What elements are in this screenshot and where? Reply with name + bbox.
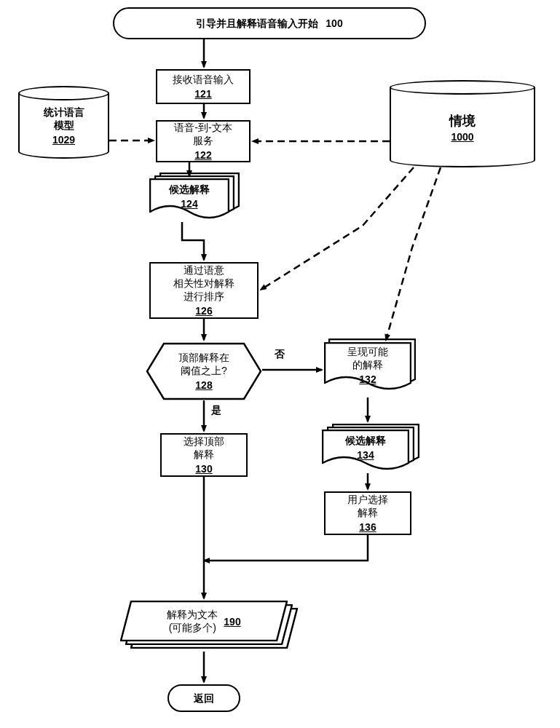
seltop-ref: 130 [195, 462, 212, 475]
output-ref: 190 [224, 615, 240, 628]
db-language-model: 统计语言 模型 1029 [18, 86, 109, 159]
decision-ref: 128 [195, 379, 212, 392]
return-text: 返回 [194, 692, 214, 705]
db-ctx-text: 情境 [449, 112, 476, 130]
receive-ref: 121 [194, 87, 211, 100]
db-lm-text: 统计语言 模型 [44, 106, 84, 132]
doc-candidates-124: 候选解释 124 [149, 178, 240, 229]
receive-text: 接收语音输入 [173, 73, 234, 86]
cand2-text: 候选解释 [345, 434, 386, 447]
decision-text: 顶部解释在 阈值之上? [178, 351, 229, 377]
stt-text: 语音-到-文本 服务 [174, 121, 232, 147]
return-terminator: 返回 [167, 684, 240, 712]
step-rank: 通过语意 相关性对解释 进行排序 126 [149, 262, 259, 319]
label-no: 否 [273, 348, 286, 361]
usersel-ref: 136 [359, 521, 376, 534]
stt-ref: 122 [194, 149, 211, 162]
label-yes: 是 [210, 404, 223, 417]
step-stt-service: 语音-到-文本 服务 122 [156, 120, 251, 162]
present-text: 呈现可能 的解释 [347, 345, 388, 371]
cand2-ref: 134 [357, 448, 374, 462]
output-text: 解释为文本 (可能多个) [167, 608, 218, 634]
cand1-ref: 124 [181, 197, 197, 210]
usersel-text: 用户选择 解释 [347, 493, 388, 519]
db-ctx-ref: 1000 [451, 131, 473, 143]
rank-text: 通过语意 相关性对解释 进行排序 [173, 264, 234, 304]
step-present-possible: 呈现可能 的解释 132 [324, 342, 419, 399]
output-text-docs: 解释为文本 (可能多个) 190 [120, 601, 302, 655]
start-text: 引导并且解释语音输入开始 [196, 17, 318, 30]
start-ref: 100 [326, 17, 342, 30]
decision-threshold: 顶部解释在 阈值之上? 128 [146, 342, 262, 400]
flowchart-canvas: 引导并且解释语音输入开始 100 统计语言 模型 1029 情境 1000 接收… [7, 7, 553, 721]
doc-candidates-134: 候选解释 134 [322, 430, 420, 480]
present-ref: 132 [359, 373, 376, 386]
step-receive-input: 接收语音输入 121 [156, 69, 251, 104]
start-terminator: 引导并且解释语音输入开始 100 [113, 7, 426, 39]
db-lm-ref: 1029 [52, 134, 75, 146]
db-context: 情境 1000 [390, 80, 535, 167]
step-select-top: 选择顶部 解释 130 [160, 433, 248, 477]
seltop-text: 选择顶部 解释 [184, 435, 224, 461]
step-user-select: 用户选择 解释 136 [324, 491, 411, 535]
rank-ref: 126 [195, 304, 212, 317]
cand1-text: 候选解释 [169, 183, 210, 196]
